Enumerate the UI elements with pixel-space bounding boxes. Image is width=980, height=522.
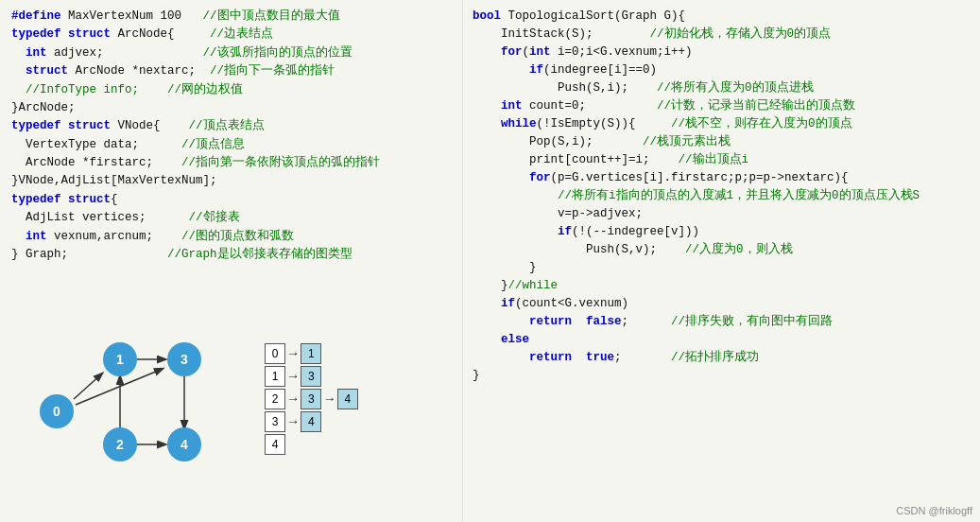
code-line: AdjList vertices; //邻接表: [11, 209, 451, 227]
adj-arrow: →: [289, 369, 297, 384]
adj-row-0: 0 → 1: [265, 343, 358, 364]
code-line: Push(S,i); //将所有入度为0的顶点进栈: [473, 79, 971, 97]
adj-value: 1: [301, 343, 321, 364]
code-line: }: [473, 367, 971, 385]
watermark: CSDN @friklogff: [896, 505, 972, 516]
adj-row-2: 2 → 3 → 4: [265, 389, 358, 409]
right-panel: bool TopologicalSort(Graph G){ InitStack…: [463, 0, 980, 522]
adj-arrow: →: [289, 414, 297, 429]
svg-text:4: 4: [181, 437, 188, 452]
adj-index: 0: [265, 343, 285, 364]
adj-index: 2: [265, 389, 285, 409]
left-code-block: #define MaxVertexNum 100 //图中顶点数目的最大值 ty…: [0, 0, 462, 271]
adj-value: 3: [301, 389, 321, 409]
adj-index: 4: [265, 434, 285, 455]
diagram-area: 0 1 2 3 4 0 → 1 1 → 3: [0, 271, 462, 522]
adj-row-4: 4: [265, 434, 358, 455]
adj-arrow: →: [289, 346, 297, 361]
code-line: v=p->adjvex;: [473, 205, 971, 223]
code-line: return true; //拓扑排序成功: [473, 349, 971, 367]
code-line: int count=0; //计数，记录当前已经输出的顶点数: [473, 97, 971, 115]
code-line: if(!(--indegree[v])): [473, 223, 971, 241]
code-line: int vexnum,arcnum; //图的顶点数和弧数: [11, 228, 451, 246]
code-line: InitStack(S); //初始化栈，存储入度为0的顶点: [473, 26, 971, 44]
adj-row-1: 1 → 3: [265, 366, 358, 387]
code-line: print[count++]=i; //输出顶点i: [473, 151, 971, 169]
code-line: typedef struct{: [11, 191, 451, 209]
code-line: ArcNode *firstarc; //指向第一条依附该顶点的弧的指针: [11, 154, 451, 172]
code-line: if(count<G.vexnum): [473, 295, 971, 313]
code-line: for(p=G.vertices[i].firstarc;p;p=p->next…: [473, 169, 971, 187]
adj-arrow: →: [289, 392, 297, 407]
code-line: struct ArcNode *nextarc; //指向下一条弧的指针: [11, 62, 451, 80]
svg-text:3: 3: [181, 352, 188, 367]
code-line: #define MaxVertexNum 100 //图中顶点数目的最大值: [11, 8, 451, 26]
svg-text:1: 1: [116, 352, 124, 367]
code-line: if(indegree[i]==0): [473, 61, 971, 79]
code-line: bool TopologicalSort(Graph G){: [473, 8, 971, 26]
adj-value: 3: [301, 366, 321, 387]
code-line: } Graph; //Graph是以邻接表存储的图类型: [11, 246, 451, 264]
adj-value: 4: [337, 389, 358, 409]
code-line: typedef struct ArcNode{ //边表结点: [11, 26, 451, 44]
code-line: Push(S,v); //入度为0，则入栈: [473, 241, 971, 259]
left-panel: #define MaxVertexNum 100 //图中顶点数目的最大值 ty…: [0, 0, 463, 522]
code-line: while(!IsEmpty(S)){ //栈不空，则存在入度为0的顶点: [473, 115, 971, 133]
code-line: //将所有i指向的顶点的入度减1，并且将入度减为0的顶点压入栈S: [473, 187, 971, 205]
adj-value: 4: [301, 411, 321, 432]
adj-arrow: →: [325, 392, 333, 407]
code-line: typedef struct VNode{ //顶点表结点: [11, 117, 451, 135]
adjacency-list: 0 → 1 1 → 3 2 → 3 → 4 3 → 4: [265, 343, 358, 455]
graph-diagram: 0 1 2 3 4: [19, 322, 236, 473]
code-line: //InfoType info; //网的边权值: [11, 81, 451, 99]
code-line: for(int i=0;i<G.vexnum;i++): [473, 44, 971, 61]
svg-text:0: 0: [53, 404, 60, 419]
code-line: VertexType data; //顶点信息: [11, 136, 451, 154]
adj-row-3: 3 → 4: [265, 411, 358, 432]
svg-text:2: 2: [116, 437, 124, 452]
adj-index: 3: [265, 411, 285, 432]
code-line: Pop(S,i); //栈顶元素出栈: [473, 133, 971, 151]
code-line: else: [473, 331, 971, 349]
code-line: }: [473, 259, 971, 277]
code-line: }//while: [473, 277, 971, 295]
code-line: }ArcNode;: [11, 99, 451, 117]
code-line: return false; //排序失败，有向图中有回路: [473, 313, 971, 331]
code-line: int adjvex; //该弧所指向的顶点的位置: [11, 44, 451, 62]
right-code-block: bool TopologicalSort(Graph G){ InitStack…: [473, 8, 971, 385]
adj-index: 1: [265, 366, 285, 387]
code-line: }VNode,AdjList[MaxVertexNum];: [11, 172, 451, 190]
